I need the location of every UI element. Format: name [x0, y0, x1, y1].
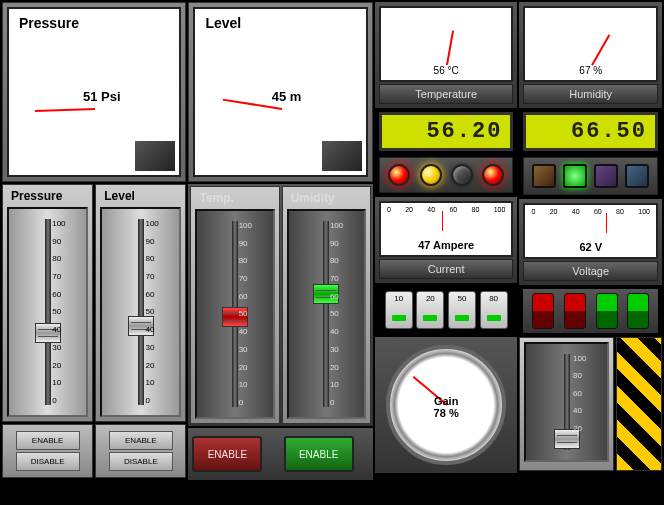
level-slider[interactable]: 1009080706050403020100: [100, 207, 181, 417]
right-slider-scale: 100806040200: [573, 354, 603, 450]
switch-led-icon: [455, 315, 469, 321]
umidity-slider-scale: 1009080706050403020100: [330, 221, 360, 407]
gain-round-gauge: Gain 78 %: [386, 345, 506, 465]
voltage-meter: 020406080100 62 V: [523, 203, 658, 259]
humidity-mini-value: 67 %: [579, 65, 602, 76]
switch-10[interactable]: 10: [385, 291, 413, 329]
pressure-slider-title: Pressure: [7, 189, 88, 203]
umidity-enable-button[interactable]: ENABLE: [284, 436, 354, 472]
sq-led-green: [563, 164, 587, 188]
temperature-mini-value: 56 °C: [434, 65, 459, 76]
pressure-enable-button[interactable]: ENABLE: [16, 431, 80, 450]
sq-led-purple: [594, 164, 618, 188]
humidity-lcd: 66.50: [523, 112, 658, 151]
temperature-label: Temperature: [379, 84, 514, 104]
current-meter: 020406080100 47 Ampere: [379, 201, 514, 257]
hazard-stripe-panel: [616, 337, 662, 471]
rocker-switch-row: [523, 289, 658, 333]
pressure-button-panel: ENABLE DISABLE: [2, 424, 93, 478]
switch-led-icon: [487, 315, 501, 321]
pressure-gauge-title: Pressure: [19, 15, 79, 31]
humidity-mini-gauge: 67 %: [523, 6, 658, 82]
switch-80[interactable]: 80: [480, 291, 508, 329]
led-yellow: [420, 164, 442, 186]
status-led-row-2: [523, 157, 658, 195]
pressure-slider-scale: 1009080706050403020100: [52, 219, 82, 405]
temperature-mini-needle: [446, 30, 454, 65]
led-dark: [451, 164, 473, 186]
pressure-slider-panel: Pressure 1009080706050403020100: [2, 184, 93, 422]
umidity-slider[interactable]: 1009080706050403020100: [287, 209, 366, 419]
current-label: Current: [379, 259, 514, 279]
switch-50[interactable]: 50: [448, 291, 476, 329]
level-gauge-value: 45 m: [272, 89, 302, 104]
status-led-row-1: [379, 157, 514, 193]
humidity-mini-needle: [591, 34, 610, 65]
level-slider-scale: 1009080706050403020100: [145, 219, 175, 405]
pressure-slider[interactable]: 1009080706050403020100: [7, 207, 88, 417]
level-gauge: Level 45 m: [193, 7, 367, 177]
temperature-lcd: 56.20: [379, 112, 514, 151]
rocker-green-2[interactable]: [627, 293, 649, 329]
level-gauge-title: Level: [205, 15, 241, 31]
gain-center-label: Gain 78 %: [434, 395, 459, 419]
led-red-2: [482, 164, 504, 186]
temp-slider-scale: 1009080706050403020100: [239, 221, 269, 407]
umidity-slider-title: Umidity: [287, 191, 366, 205]
led-red-1: [388, 164, 410, 186]
rocker-green-1[interactable]: [596, 293, 618, 329]
voltage-meter-value: 62 V: [579, 241, 602, 253]
rocker-red-1[interactable]: [532, 293, 554, 329]
voltage-meter-needle: [606, 213, 607, 233]
level-disable-button[interactable]: DISABLE: [109, 452, 173, 471]
pressure-gauge-value: 51 Psi: [83, 89, 121, 104]
umidity-slider-panel: Umidity 1009080706050403020100: [282, 186, 371, 424]
voltage-label: Voltage: [523, 261, 658, 281]
breaker-switch-row: 10 20 50 80: [379, 287, 514, 333]
temp-slider[interactable]: 1009080706050403020100: [195, 209, 274, 419]
level-button-panel: ENABLE DISABLE: [95, 424, 186, 478]
level-slider-panel: Level 1009080706050403020100: [95, 184, 186, 422]
humidity-label: Humidity: [523, 84, 658, 104]
sq-led-blue: [625, 164, 649, 188]
pressure-disable-button[interactable]: DISABLE: [16, 452, 80, 471]
temperature-mini-gauge: 56 °C: [379, 6, 514, 82]
gauge-corner-decoration: [322, 141, 362, 171]
temp-enable-button[interactable]: ENABLE: [192, 436, 262, 472]
rocker-red-2[interactable]: [564, 293, 586, 329]
temp-slider-title: Temp.: [195, 191, 274, 205]
switch-led-icon: [392, 315, 406, 321]
current-meter-needle: [442, 211, 443, 231]
pressure-needle: [35, 108, 95, 112]
switch-led-icon: [423, 315, 437, 321]
pressure-gauge: Pressure 51 Psi: [7, 7, 181, 177]
sq-led-brown: [532, 164, 556, 188]
level-slider-title: Level: [100, 189, 181, 203]
switch-20[interactable]: 20: [416, 291, 444, 329]
level-enable-button[interactable]: ENABLE: [109, 431, 173, 450]
right-slider[interactable]: 100806040200: [524, 342, 609, 462]
gauge-corner-decoration: [135, 141, 175, 171]
current-meter-value: 47 Ampere: [418, 239, 474, 251]
temp-slider-panel: Temp. 1009080706050403020100: [190, 186, 279, 424]
